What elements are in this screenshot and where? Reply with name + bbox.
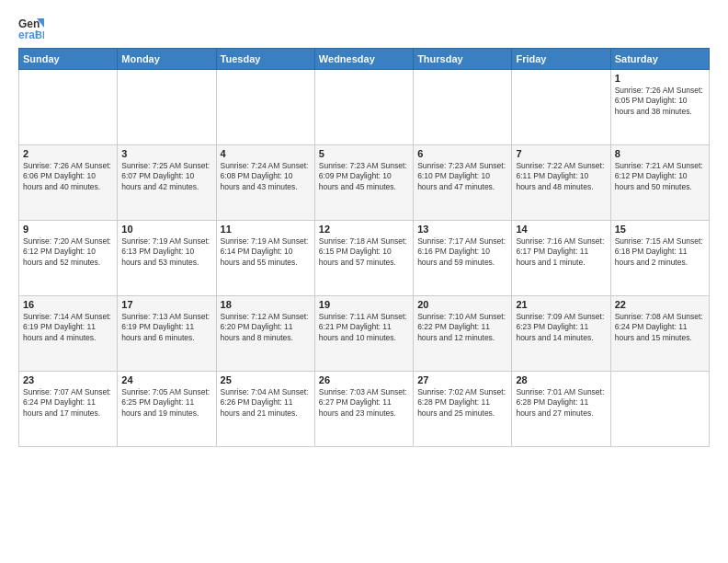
day-number: 8 [615,148,705,159]
day-number: 20 [417,299,507,310]
calendar-cell: 17Sunrise: 7:13 AM Sunset: 6:19 PM Dayli… [118,296,216,372]
day-number: 4 [221,148,311,159]
calendar-cell: 12Sunrise: 7:18 AM Sunset: 6:15 PM Dayli… [314,221,413,296]
calendar-cell [19,70,118,145]
day-info: Sunrise: 7:14 AM Sunset: 6:19 PM Dayligh… [23,312,113,343]
day-number: 25 [221,374,311,385]
day-info: Sunrise: 7:21 AM Sunset: 6:12 PM Dayligh… [615,161,705,192]
calendar-cell: 23Sunrise: 7:07 AM Sunset: 6:24 PM Dayli… [19,372,118,447]
day-number: 21 [516,299,606,310]
day-number: 17 [121,299,211,310]
day-number: 22 [615,299,705,310]
calendar-cell [610,372,709,447]
day-info: Sunrise: 7:13 AM Sunset: 6:19 PM Dayligh… [121,312,211,343]
calendar-cell: 1Sunrise: 7:26 AM Sunset: 6:05 PM Daylig… [610,70,709,145]
calendar-week-3: 9Sunrise: 7:20 AM Sunset: 6:12 PM Daylig… [19,221,710,296]
day-number: 12 [319,224,409,235]
calendar-cell: 16Sunrise: 7:14 AM Sunset: 6:19 PM Dayli… [19,296,118,372]
weekday-header-row: SundayMondayTuesdayWednesdayThursdayFrid… [19,49,710,70]
day-info: Sunrise: 7:19 AM Sunset: 6:13 PM Dayligh… [121,236,211,268]
calendar-cell: 26Sunrise: 7:03 AM Sunset: 6:27 PM Dayli… [314,372,413,447]
day-number: 26 [319,374,409,385]
day-info: Sunrise: 7:26 AM Sunset: 6:06 PM Dayligh… [23,161,113,192]
day-info: Sunrise: 7:19 AM Sunset: 6:14 PM Dayligh… [221,236,311,268]
calendar-cell: 14Sunrise: 7:16 AM Sunset: 6:17 PM Dayli… [512,221,610,296]
calendar-cell: 18Sunrise: 7:12 AM Sunset: 6:20 PM Dayli… [216,296,314,372]
calendar-week-1: 1Sunrise: 7:26 AM Sunset: 6:05 PM Daylig… [19,70,710,145]
calendar-cell: 25Sunrise: 7:04 AM Sunset: 6:26 PM Dayli… [216,372,314,447]
day-info: Sunrise: 7:02 AM Sunset: 6:28 PM Dayligh… [417,387,507,419]
calendar-cell: 5Sunrise: 7:23 AM Sunset: 6:09 PM Daylig… [314,145,413,221]
day-number: 2 [23,148,113,159]
calendar-cell: 2Sunrise: 7:26 AM Sunset: 6:06 PM Daylig… [19,145,118,221]
day-info: Sunrise: 7:15 AM Sunset: 6:18 PM Dayligh… [615,236,705,268]
calendar-cell: 19Sunrise: 7:11 AM Sunset: 6:21 PM Dayli… [314,296,413,372]
calendar-cell: 6Sunrise: 7:23 AM Sunset: 6:10 PM Daylig… [414,145,512,221]
calendar-week-5: 23Sunrise: 7:07 AM Sunset: 6:24 PM Dayli… [19,372,710,447]
calendar-cell: 27Sunrise: 7:02 AM Sunset: 6:28 PM Dayli… [414,372,512,447]
day-info: Sunrise: 7:20 AM Sunset: 6:12 PM Dayligh… [23,236,113,268]
day-info: Sunrise: 7:05 AM Sunset: 6:25 PM Dayligh… [121,387,211,419]
weekday-header-sunday: Sunday [19,49,118,70]
day-number: 15 [615,224,705,235]
day-info: Sunrise: 7:08 AM Sunset: 6:24 PM Dayligh… [615,312,705,343]
calendar-week-2: 2Sunrise: 7:26 AM Sunset: 6:06 PM Daylig… [19,145,710,221]
day-number: 18 [221,299,311,310]
day-info: Sunrise: 7:18 AM Sunset: 6:15 PM Dayligh… [319,236,409,268]
day-number: 19 [319,299,409,310]
day-number: 9 [23,224,113,235]
day-info: Sunrise: 7:04 AM Sunset: 6:26 PM Dayligh… [221,387,311,419]
calendar-cell: 20Sunrise: 7:10 AM Sunset: 6:22 PM Dayli… [414,296,512,372]
day-number: 14 [516,224,606,235]
day-info: Sunrise: 7:07 AM Sunset: 6:24 PM Dayligh… [23,387,113,419]
weekday-header-saturday: Saturday [610,49,709,70]
calendar-cell: 13Sunrise: 7:17 AM Sunset: 6:16 PM Dayli… [414,221,512,296]
day-info: Sunrise: 7:01 AM Sunset: 6:28 PM Dayligh… [516,387,606,419]
day-info: Sunrise: 7:03 AM Sunset: 6:27 PM Dayligh… [319,387,409,419]
day-number: 6 [417,148,507,159]
day-info: Sunrise: 7:09 AM Sunset: 6:23 PM Dayligh… [516,312,606,343]
calendar-cell: 3Sunrise: 7:25 AM Sunset: 6:07 PM Daylig… [118,145,216,221]
day-number: 28 [516,374,606,385]
calendar-cell: 10Sunrise: 7:19 AM Sunset: 6:13 PM Dayli… [118,221,216,296]
calendar-cell [216,70,314,145]
day-info: Sunrise: 7:11 AM Sunset: 6:21 PM Dayligh… [319,312,409,343]
day-number: 13 [417,224,507,235]
day-number: 11 [221,224,311,235]
calendar-cell: 8Sunrise: 7:21 AM Sunset: 6:12 PM Daylig… [610,145,709,221]
day-info: Sunrise: 7:16 AM Sunset: 6:17 PM Dayligh… [516,236,606,268]
calendar-cell: 24Sunrise: 7:05 AM Sunset: 6:25 PM Dayli… [118,372,216,447]
calendar-cell: 9Sunrise: 7:20 AM Sunset: 6:12 PM Daylig… [19,221,118,296]
calendar-cell [118,70,216,145]
day-number: 16 [23,299,113,310]
day-number: 5 [319,148,409,159]
weekday-header-friday: Friday [512,49,610,70]
day-info: Sunrise: 7:25 AM Sunset: 6:07 PM Dayligh… [121,161,211,192]
weekday-header-wednesday: Wednesday [314,49,413,70]
header: Gen eral Blue [18,15,710,40]
day-info: Sunrise: 7:26 AM Sunset: 6:05 PM Dayligh… [615,86,705,117]
day-info: Sunrise: 7:23 AM Sunset: 6:10 PM Dayligh… [417,161,507,192]
calendar-week-4: 16Sunrise: 7:14 AM Sunset: 6:19 PM Dayli… [19,296,710,372]
day-number: 23 [23,374,113,385]
calendar-cell: 11Sunrise: 7:19 AM Sunset: 6:14 PM Dayli… [216,221,314,296]
day-number: 3 [121,148,211,159]
calendar-cell [512,70,610,145]
weekday-header-thursday: Thursday [414,49,512,70]
logo-icon: Gen eral Blue [18,15,44,40]
calendar-cell [314,70,413,145]
day-info: Sunrise: 7:22 AM Sunset: 6:11 PM Dayligh… [516,161,606,192]
day-info: Sunrise: 7:24 AM Sunset: 6:08 PM Dayligh… [221,161,311,192]
weekday-header-tuesday: Tuesday [216,49,314,70]
calendar-cell [414,70,512,145]
calendar-cell: 4Sunrise: 7:24 AM Sunset: 6:08 PM Daylig… [216,145,314,221]
day-info: Sunrise: 7:23 AM Sunset: 6:09 PM Dayligh… [319,161,409,192]
svg-text:Blue: Blue [35,29,44,40]
day-info: Sunrise: 7:17 AM Sunset: 6:16 PM Dayligh… [417,236,507,268]
day-number: 27 [417,374,507,385]
calendar-cell: 15Sunrise: 7:15 AM Sunset: 6:18 PM Dayli… [610,221,709,296]
day-number: 7 [516,148,606,159]
calendar-cell: 28Sunrise: 7:01 AM Sunset: 6:28 PM Dayli… [512,372,610,447]
day-number: 24 [121,374,211,385]
page: Gen eral Blue SundayMondayTuesdayWednesd… [0,0,728,563]
